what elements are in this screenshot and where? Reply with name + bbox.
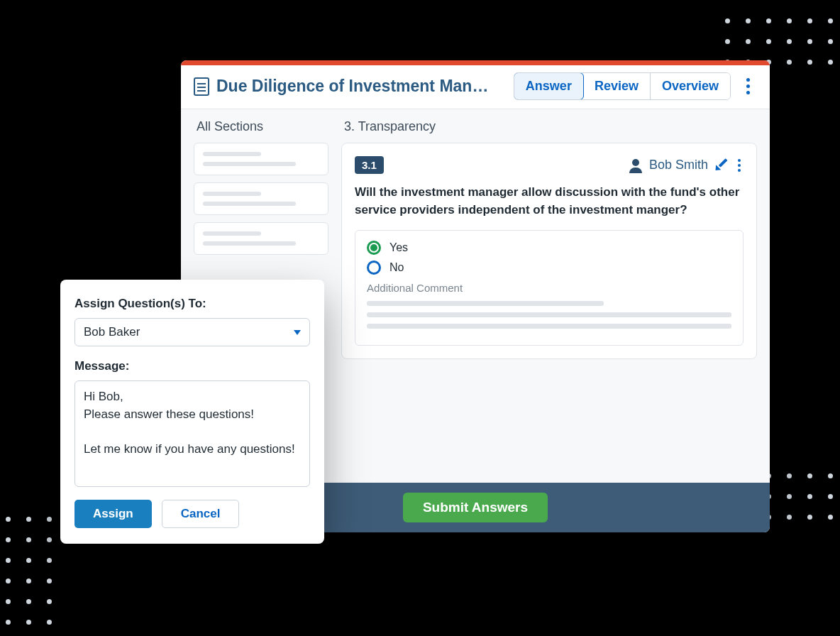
tab-overview[interactable]: Overview [651, 73, 730, 99]
cancel-button[interactable]: Cancel [162, 500, 240, 528]
assign-modal: Assign Question(s) To: Bob Baker Message… [60, 280, 324, 544]
question-card: 3.1 Bob Smith Will the investment manage… [341, 143, 757, 359]
main-column: 3. Transparency 3.1 Bob Smith Will the i… [341, 119, 757, 469]
decorative-dots-tr [725, 18, 833, 65]
radio-icon [367, 241, 381, 255]
page-title: Due Diligence of Investment Man… [216, 77, 488, 96]
sidebar-section-item[interactable] [194, 143, 328, 175]
document-icon [194, 77, 209, 96]
assignee-name: Bob Smith [649, 158, 708, 172]
radio-icon [367, 261, 381, 275]
tab-group: Answer Review Overview [514, 72, 731, 100]
accent-bar [181, 60, 770, 65]
decorative-dots-bl [6, 517, 52, 625]
submit-answers-button[interactable]: Submit Answers [403, 493, 548, 522]
question-number-badge: 3.1 [355, 156, 384, 174]
question-header: 3.1 Bob Smith [355, 156, 744, 174]
message-label: Message: [74, 359, 310, 373]
message-input[interactable]: Hi Bob, Please answer these questions! L… [74, 380, 310, 487]
sidebar-section-item[interactable] [194, 222, 328, 255]
question-menu-icon[interactable] [735, 158, 744, 173]
answer-box: Yes No Additional Comment [355, 230, 744, 346]
radio-label: Yes [389, 241, 408, 254]
assign-button[interactable]: Assign [74, 500, 152, 528]
section-title: 3. Transparency [341, 119, 757, 134]
chevron-down-icon [294, 330, 301, 335]
sidebar-title: All Sections [194, 119, 328, 134]
tab-answer[interactable]: Answer [514, 72, 584, 100]
radio-label: No [389, 261, 404, 274]
header: Due Diligence of Investment Man… Answer … [181, 65, 770, 109]
radio-option-no[interactable]: No [367, 261, 731, 275]
radio-option-yes[interactable]: Yes [367, 241, 731, 255]
header-menu-icon[interactable] [739, 74, 757, 99]
question-text: Will the investment manager allow discus… [355, 184, 744, 219]
comment-placeholder[interactable] [367, 301, 731, 329]
tab-review[interactable]: Review [583, 73, 651, 99]
assign-to-label: Assign Question(s) To: [74, 297, 310, 311]
sidebar-section-item[interactable] [194, 182, 328, 215]
user-icon [629, 159, 642, 172]
edit-icon[interactable] [712, 156, 730, 174]
comment-label: Additional Comment [367, 282, 731, 294]
assignee-select[interactable]: Bob Baker [74, 318, 310, 346]
assignee-selected-value: Bob Baker [84, 325, 140, 339]
